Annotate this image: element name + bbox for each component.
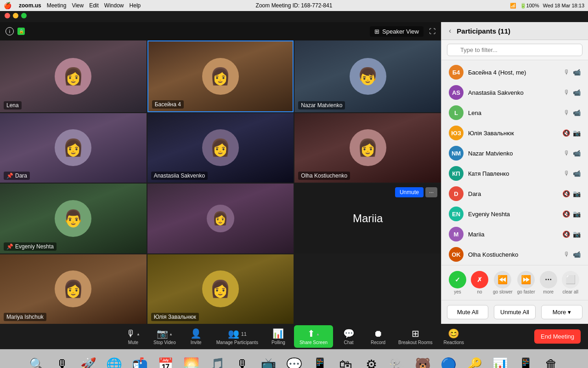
sidebar-collapse-button[interactable]: ‹ [449, 27, 451, 35]
dock-item-siri[interactable]: 🎙 [51, 353, 74, 368]
edit-menu[interactable]: Edit [89, 2, 99, 9]
mute-all-button[interactable]: Mute All [447, 305, 488, 319]
video-status-icon: 📹 [573, 89, 581, 96]
participant-item[interactable]: ASAnastasiia Sakvenko🎙📹 [441, 82, 588, 103]
security-icon[interactable]: 🔒 [17, 28, 25, 35]
reaction-clear-button[interactable]: ⬜ [562, 271, 579, 288]
help-menu[interactable]: Help [130, 2, 141, 9]
toolbar-item-manage-participants[interactable]: 👥11Manage Participants [212, 326, 263, 347]
menu-bar-right: 📶 🔋100% Wed 18 Mar 18:13 [510, 3, 584, 9]
reaction-yes-button[interactable]: ✓ [449, 271, 466, 288]
toolbar-item-stop-video[interactable]: 📷▲Stop Video [149, 326, 181, 347]
meeting-menu[interactable]: Meeting [47, 2, 67, 9]
participant-item[interactable]: MMariia🔇📷 [441, 224, 588, 244]
app-name[interactable]: zoom.us [19, 2, 41, 9]
toolbar-item-share-screen[interactable]: ⬆▲Share Screen [294, 325, 333, 348]
participant-item[interactable]: ЮЗЮлія Завальнюк🔇📷 [441, 123, 588, 143]
window-menu[interactable]: Window [104, 2, 124, 9]
toolbar-item-invite[interactable]: 👤Invite [182, 326, 210, 347]
avatar: OK [449, 247, 464, 262]
meeting-title: Zoom Meeting ID: 168-772-841 [256, 2, 333, 9]
speaker-view-button[interactable]: ⊞ Speaker View [370, 26, 424, 37]
dock-item-finder[interactable]: 🔍 [26, 353, 48, 368]
polling-icon: 📊 [272, 328, 284, 339]
reaction-no-button[interactable]: ✗ [471, 271, 488, 288]
dock-item-trash[interactable]: 🗑 [540, 353, 562, 368]
search-input[interactable] [447, 44, 582, 56]
reaction-fast-button[interactable]: ⏩ [517, 271, 535, 288]
dock-item-launchpad[interactable]: 🚀 [77, 353, 99, 368]
stop-video-icon: 📷 [157, 328, 168, 339]
dock-item-music[interactable]: 🎵 [206, 353, 228, 368]
dock-item-calendar[interactable]: 📅 [154, 353, 176, 368]
toolbar-item-mute[interactable]: 🎙▲Mute [119, 327, 147, 347]
minimize-button[interactable] [13, 13, 18, 18]
participant-item[interactable]: LLena🎙📹 [441, 103, 588, 123]
dock-item-keychain[interactable]: 🔑 [463, 353, 485, 368]
participant-item[interactable]: Б4Басейна 4 (Host, me)🎙📹 [441, 62, 588, 82]
video-status-icon: 📷 [573, 190, 581, 197]
toolbar-item-reactions[interactable]: 😊Reactions [439, 326, 469, 347]
dock-item-system-prefs[interactable]: ⚙ [360, 353, 382, 368]
sidebar-title: Participants (11) [457, 27, 510, 35]
participant-item[interactable]: NMNazar Matvienko🎙📹 [441, 143, 588, 163]
dock: 🔍🎙🚀🌐📬📅🌅🎵🎙📺💬📱🛍⚙🐘🐻🔵🔑📊📱🗑 [0, 349, 588, 368]
dock-item-evernote[interactable]: 🐘 [386, 353, 408, 368]
avatar: L [449, 105, 464, 120]
dock-item-zoom[interactable]: 🔵 [437, 353, 459, 368]
participant-name: Катя Павленко [468, 170, 559, 177]
reaction-item-more: ···more [540, 271, 557, 294]
video-status-icon: 📹 [573, 150, 581, 157]
participant-item[interactable]: OKOlha Kostiuchenko🎙📹 [441, 244, 588, 264]
video-label-anastasiia: Anastasiia Sakvenko [151, 172, 208, 180]
battery-icon: 🔋100% [520, 3, 539, 9]
toolbar-item-polling[interactable]: 📊Polling [265, 326, 292, 347]
toolbar-item-breakout-rooms[interactable]: ⊞Breakout Rooms [394, 326, 437, 347]
video-status-icon: 📷 [573, 210, 581, 218]
dock-item-messages[interactable]: 💬 [283, 353, 305, 368]
reaction-more-label: more [543, 289, 554, 294]
reactions-icon: 😊 [448, 328, 459, 339]
avatar: Б4 [449, 65, 464, 80]
stop-video-label: Stop Video [153, 340, 176, 345]
reaction-more-button[interactable]: ··· [540, 271, 557, 288]
sidebar: ‹ Participants (11) 🔍 Б4Басейна 4 (Host,… [441, 22, 588, 324]
polling-label: Polling [271, 340, 285, 345]
dock-item-appstore[interactable]: 🛍 [334, 353, 356, 368]
participant-icons: 🔇📷 [562, 190, 581, 197]
maximize-button[interactable] [21, 13, 27, 18]
video-cell-baseyna: 👩 Басейна 4 [147, 40, 294, 112]
video-cell-small: 👩 [147, 184, 294, 253]
participant-item[interactable]: DDara🔇📷 [441, 184, 588, 204]
dock-item-powerpoint[interactable]: 📊 [489, 353, 511, 368]
reaction-slow-button[interactable]: ⏪ [494, 271, 511, 288]
participant-item[interactable]: КПКатя Павленко🎙📹 [441, 163, 588, 184]
dock-item-apple-tv[interactable]: 📺 [257, 353, 279, 368]
share-screen-label: Share Screen [300, 340, 328, 345]
chat-label: Chat [344, 340, 354, 345]
video-label-dara: 📌 Dara [4, 172, 30, 180]
dock-item-facetime[interactable]: 📱 [309, 353, 331, 368]
more-button[interactable]: More ▾ [541, 305, 582, 319]
fullscreen-button[interactable]: ⛶ [429, 28, 435, 35]
dock-item-bear[interactable]: 🐻 [412, 353, 434, 368]
more-options-button[interactable]: ··· [425, 187, 437, 197]
video-area: i 🔒 ⊞ Speaker View ⛶ 👩 Lena 👩 [0, 22, 441, 324]
apple-menu[interactable]: 🍎 [4, 2, 11, 9]
dock-item-podcasts[interactable]: 🎙 [232, 353, 254, 368]
participant-item[interactable]: ENEvgeniy Neshta🔇📷 [441, 204, 588, 224]
dock-item-mail[interactable]: 📬 [129, 353, 151, 368]
close-button[interactable] [5, 13, 10, 18]
info-icon[interactable]: i [6, 27, 14, 35]
unmute-all-button[interactable]: Unmute All [494, 305, 535, 319]
dock-item-chrome[interactable]: 🌐 [103, 353, 125, 368]
toolbar-item-record[interactable]: ⏺Record [364, 327, 392, 347]
end-meeting-button[interactable]: End Meeting [534, 329, 581, 344]
unmute-button[interactable]: Unmute [395, 187, 424, 197]
reaction-item-no: ✗no [471, 271, 488, 294]
dock-item-apps2[interactable]: 📱 [514, 353, 537, 368]
toolbar-item-chat[interactable]: 💬Chat [335, 326, 362, 347]
view-menu[interactable]: View [72, 2, 84, 9]
unmute-overlay: Unmute ··· [395, 187, 437, 197]
dock-item-photos[interactable]: 🌅 [180, 353, 202, 368]
